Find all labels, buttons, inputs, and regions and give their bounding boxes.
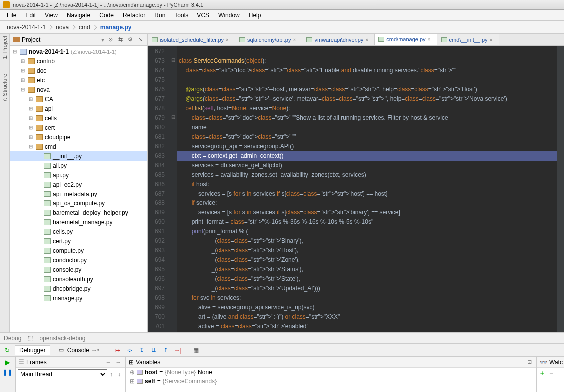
editor-scrollbar[interactable] bbox=[557, 46, 564, 332]
tree-node[interactable]: console.py bbox=[10, 265, 147, 274]
pause-icon[interactable]: ❚❚ bbox=[3, 368, 12, 377]
close-icon[interactable]: × bbox=[365, 37, 370, 42]
close-icon[interactable]: × bbox=[293, 37, 298, 42]
force-step-into-icon[interactable]: ⇊ bbox=[149, 346, 158, 355]
tree-node[interactable]: conductor.py bbox=[10, 255, 147, 265]
scroll-from-source-icon[interactable]: ⇆ bbox=[116, 36, 124, 44]
variables-list[interactable]: ⊕ host = {NoneType} None⊞ self = {Servic… bbox=[126, 368, 536, 386]
tree-node[interactable]: api_ec2.py bbox=[10, 180, 147, 189]
menu-help[interactable]: Help bbox=[245, 11, 265, 20]
add-watch-icon[interactable]: ＋ bbox=[539, 369, 546, 378]
tree-node[interactable]: ⊞doc bbox=[10, 66, 147, 75]
hide-icon[interactable]: ↘ bbox=[136, 36, 144, 44]
rerun-icon[interactable]: ↻ bbox=[3, 346, 12, 355]
debug-side-toolbar: ▶ ❚❚ bbox=[0, 357, 16, 392]
step-over-icon[interactable]: ⤼ bbox=[125, 346, 134, 355]
collapse-icon[interactable]: ⊙ bbox=[106, 36, 114, 44]
project-tool-window: Project ▾ ⊙ ⇆ ⚙ ↘ ⊟nova-2014-1-1(Z:\nova… bbox=[10, 34, 148, 332]
watches-icon: 👓 bbox=[540, 359, 547, 366]
tree-node[interactable]: api.py bbox=[10, 170, 147, 180]
frames-next-icon[interactable]: → bbox=[114, 358, 122, 366]
editor-tab[interactable]: isolated_schedule_filter.py× bbox=[148, 34, 235, 45]
tree-node[interactable]: dhcpbridge.py bbox=[10, 284, 147, 293]
show-execpoint-icon[interactable]: ↦ bbox=[113, 346, 122, 355]
variable-row[interactable]: ⊕ host = {NoneType} None bbox=[126, 368, 536, 377]
close-icon[interactable]: × bbox=[490, 37, 495, 42]
thread-select[interactable]: MainThread bbox=[18, 369, 107, 379]
tree-node[interactable]: ⊞cert bbox=[10, 123, 147, 132]
menu-vcs[interactable]: VCS bbox=[193, 11, 213, 20]
python-file-icon bbox=[378, 37, 384, 42]
tree-node[interactable]: ⊟nova-2014-1-1(Z:\nova-2014-1-1) bbox=[10, 47, 147, 56]
debug-tool-window: ↻ Debugger ▭ Console →• ↦ ⤼ ↧ ⇊ ↥ →| ▦ ▶… bbox=[0, 343, 564, 392]
editor-area: isolated_schedule_filter.py×sqlalchemy\a… bbox=[148, 34, 564, 332]
editor-tab[interactable]: vmwareapi\driver.py× bbox=[302, 34, 375, 45]
pycharm-icon bbox=[3, 1, 10, 8]
tree-node[interactable]: compute.py bbox=[10, 246, 147, 255]
tree-node[interactable]: api_os_compute.py bbox=[10, 198, 147, 208]
menu-run[interactable]: Run bbox=[150, 11, 169, 20]
menu-navigate[interactable]: Navigate bbox=[63, 11, 94, 20]
toolwin-structure-stripe[interactable]: 7: Structure bbox=[2, 74, 8, 102]
fold-gutter[interactable]: ⊟⊟ bbox=[170, 46, 177, 332]
menu-window[interactable]: Window bbox=[214, 11, 244, 20]
editor-tab[interactable]: cmd\manage.py× bbox=[375, 34, 437, 45]
tree-node[interactable]: ⊟nova bbox=[10, 85, 147, 94]
close-icon[interactable]: × bbox=[226, 37, 231, 42]
breadcrumb-item[interactable]: cmd bbox=[75, 23, 96, 32]
toolwin-project-stripe[interactable]: 1: Project bbox=[2, 36, 8, 59]
menu-file[interactable]: File bbox=[3, 11, 20, 20]
tree-node[interactable]: consoleauth.py bbox=[10, 274, 147, 284]
editor-content[interactable]: class ServiceCommands(object): class=cla… bbox=[177, 46, 557, 332]
tree-node[interactable]: ⊞cells bbox=[10, 113, 147, 123]
menu-view[interactable]: View bbox=[41, 11, 62, 20]
tree-node[interactable]: ⊞etc bbox=[10, 75, 147, 85]
python-file-icon bbox=[152, 37, 158, 42]
thread-down-icon[interactable]: ↓ bbox=[115, 370, 123, 378]
debug-label[interactable]: Debug bbox=[4, 335, 21, 342]
close-icon[interactable]: × bbox=[428, 37, 433, 42]
step-out-icon[interactable]: ↥ bbox=[161, 346, 170, 355]
breadcrumb-item[interactable]: nova bbox=[52, 23, 75, 32]
tree-node[interactable]: manage.py bbox=[10, 293, 147, 303]
thread-up-icon[interactable]: ↑ bbox=[107, 370, 115, 378]
step-into-icon[interactable]: ↧ bbox=[137, 346, 146, 355]
tree-node[interactable]: cert.py bbox=[10, 236, 147, 246]
debug-toolbar: ↻ Debugger ▭ Console →• ↦ ⤼ ↧ ⇊ ↥ →| ▦ bbox=[0, 344, 564, 357]
menu-code[interactable]: Code bbox=[95, 11, 118, 20]
breadcrumb-item[interactable]: manage.py bbox=[96, 23, 138, 32]
debug-session-name[interactable]: openstack-debug bbox=[39, 335, 85, 342]
variables-title: Variables bbox=[136, 359, 160, 366]
tree-node[interactable]: ⊞cloudpipe bbox=[10, 132, 147, 142]
editor-tab[interactable]: sqlalchemy\api.py× bbox=[235, 34, 302, 45]
tree-node[interactable]: all.py bbox=[10, 161, 147, 170]
restore-layout-icon[interactable]: ⊡ bbox=[525, 358, 533, 366]
remove-watch-icon[interactable]: － bbox=[548, 369, 555, 378]
gear-icon[interactable]: ⚙ bbox=[126, 36, 134, 44]
tree-node[interactable]: ⊟cmd bbox=[10, 142, 147, 151]
tree-node[interactable]: baremetal_deploy_helper.py bbox=[10, 208, 147, 217]
menu-tools[interactable]: Tools bbox=[170, 11, 192, 20]
tree-node[interactable]: __init__.py bbox=[10, 151, 147, 161]
code-editor[interactable]: 6726736746756766776786796806816826836846… bbox=[148, 46, 564, 332]
project-tree[interactable]: ⊟nova-2014-1-1(Z:\nova-2014-1-1)⊞contrib… bbox=[10, 46, 147, 332]
tree-node[interactable]: api_metadata.py bbox=[10, 189, 147, 198]
tree-node[interactable]: baremetal_manage.py bbox=[10, 217, 147, 227]
menu-refactor[interactable]: Refactor bbox=[119, 11, 149, 20]
breadcrumb-item[interactable]: nova-2014-1-1 bbox=[3, 23, 52, 32]
debugger-tab[interactable]: Debugger bbox=[15, 345, 50, 355]
frames-prev-icon[interactable]: ← bbox=[104, 358, 112, 366]
variable-row[interactable]: ⊞ self = {ServiceCommands} bbox=[126, 377, 536, 386]
tree-node[interactable]: ⊞api bbox=[10, 104, 147, 113]
tree-node[interactable]: ⊞contrib bbox=[10, 56, 147, 66]
tree-node[interactable]: ⊞CA bbox=[10, 94, 147, 104]
run-to-cursor-icon[interactable]: →| bbox=[173, 346, 182, 355]
frames-panel: ☰ Frames ← → MainThread ↑ ↓ bbox=[16, 357, 126, 392]
evaluate-icon[interactable]: ▦ bbox=[192, 346, 201, 355]
tree-node[interactable]: cells.py bbox=[10, 227, 147, 236]
console-tab[interactable]: ▭ Console →• bbox=[53, 345, 103, 355]
editor-tab[interactable]: cmd\__init__.py× bbox=[437, 34, 499, 45]
variables-panel: ⊞ Variables ⊡ ⊕ host = {NoneType} None⊞ … bbox=[126, 357, 536, 392]
resume-icon[interactable]: ▶ bbox=[3, 358, 12, 367]
menu-edit[interactable]: Edit bbox=[21, 11, 40, 20]
